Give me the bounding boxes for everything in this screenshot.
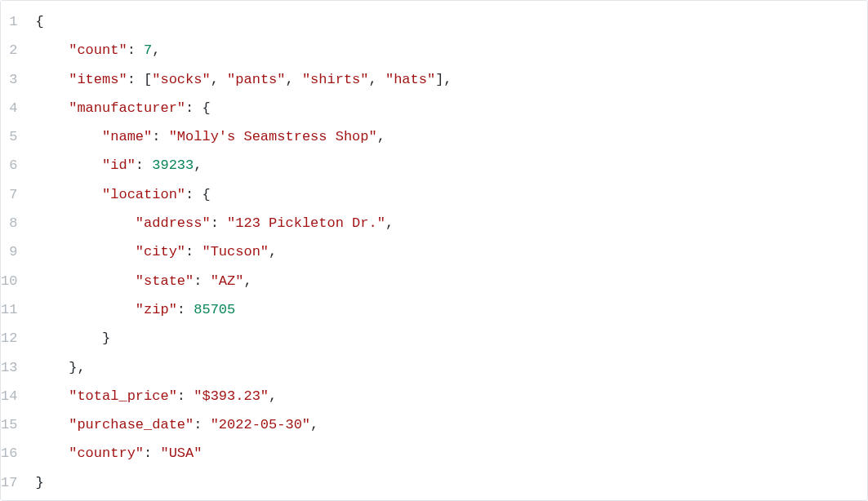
code-line: } <box>35 324 867 352</box>
token-str: "socks" <box>152 72 210 87</box>
token-punct: , <box>152 42 160 58</box>
code-line: "purchase_date": "2022-05-30", <box>35 410 867 439</box>
line-number-gutter: 1234567891011121314151617 <box>1 1 29 500</box>
token-num: 39233 <box>152 157 194 173</box>
line-number: 11 <box>1 295 20 324</box>
token-str: "USA" <box>160 446 202 461</box>
line-number: 14 <box>1 382 20 410</box>
token-str: "Molly's Seamstress Shop" <box>169 129 377 144</box>
token-punct: , <box>194 157 202 173</box>
line-number: 13 <box>1 353 20 382</box>
token-ws <box>35 157 102 173</box>
code-line: "count": 7, <box>35 36 867 64</box>
token-punct: : { <box>185 100 211 116</box>
token-punct: : <box>194 417 210 432</box>
token-punct: , <box>211 72 227 87</box>
code-line: "manufacturer": { <box>35 94 867 122</box>
code-block: 1234567891011121314151617 { "count": 7, … <box>0 0 868 501</box>
token-key: "city" <box>136 244 185 259</box>
token-punct: , <box>377 129 385 144</box>
token-key: "zip" <box>136 302 177 317</box>
line-number: 2 <box>1 36 20 64</box>
token-punct: : <box>127 42 144 58</box>
token-punct: : <box>136 157 152 173</box>
code-line: "total_price": "$393.23", <box>35 382 867 410</box>
token-num: 85705 <box>194 302 235 317</box>
token-punct: ], <box>435 72 452 87</box>
code-line: "city": "Tucson", <box>35 237 867 266</box>
token-key: "state" <box>136 273 194 289</box>
line-number: 8 <box>1 209 20 237</box>
line-number: 1 <box>1 7 20 36</box>
token-ws <box>35 129 102 144</box>
token-punct: , <box>385 215 394 231</box>
token-ws <box>35 72 69 87</box>
token-key: "id" <box>102 157 136 173</box>
line-number: 6 <box>1 151 20 180</box>
token-str: "123 Pickleton Dr." <box>227 215 385 231</box>
token-ws <box>35 273 135 289</box>
token-punct: : <box>211 215 227 231</box>
token-punct: : <box>144 446 160 461</box>
token-key: "name" <box>102 129 152 144</box>
token-ws <box>35 417 69 432</box>
token-punct: , <box>269 388 277 404</box>
token-str: "hats" <box>385 72 435 87</box>
token-key: "address" <box>136 215 211 231</box>
code-line: } <box>35 468 867 497</box>
token-key: "total_price" <box>69 388 177 404</box>
token-ws <box>35 244 135 259</box>
token-str: "2022-05-30" <box>211 417 310 432</box>
token-punct: : <box>185 244 202 259</box>
line-number: 4 <box>1 94 20 122</box>
token-punct: : { <box>185 187 211 202</box>
token-key: "purchase_date" <box>69 417 194 432</box>
code-line: "name": "Molly's Seamstress Shop", <box>35 122 867 151</box>
token-punct: }, <box>35 360 85 375</box>
token-str: "Tucson" <box>202 244 269 259</box>
line-number: 16 <box>1 439 20 468</box>
token-key: "manufacturer" <box>69 100 185 116</box>
line-number: 9 <box>1 237 20 266</box>
token-key: "count" <box>69 42 127 58</box>
token-punct: } <box>35 330 110 346</box>
line-number: 7 <box>1 180 20 209</box>
token-punct: , <box>286 72 302 87</box>
token-str: "shirts" <box>302 72 369 87</box>
code-line: "country": "USA" <box>35 439 867 468</box>
code-content[interactable]: { "count": 7, "items": ["socks", "pants"… <box>29 1 867 500</box>
token-punct: , <box>369 72 385 87</box>
token-punct: { <box>35 14 43 29</box>
token-punct: : <box>194 273 210 289</box>
token-punct: , <box>310 417 318 432</box>
token-punct: : <box>152 129 168 144</box>
line-number: 17 <box>1 468 20 497</box>
line-number: 15 <box>1 410 20 439</box>
token-str: "AZ" <box>211 273 244 289</box>
line-number: 12 <box>1 324 20 352</box>
code-line: "address": "123 Pickleton Dr.", <box>35 209 867 237</box>
code-line: }, <box>35 353 867 382</box>
code-line: "items": ["socks", "pants", "shirts", "h… <box>35 65 867 94</box>
code-line: { <box>35 7 867 36</box>
token-str: "$393.23" <box>194 388 269 404</box>
code-line: "location": { <box>35 180 867 209</box>
token-ws <box>35 100 69 116</box>
token-key: "items" <box>69 72 127 87</box>
code-line: "zip": 85705 <box>35 295 867 324</box>
token-punct: } <box>35 475 43 490</box>
code-line: "state": "AZ", <box>35 267 867 295</box>
token-punct: : [ <box>127 72 153 87</box>
token-num: 7 <box>144 42 152 58</box>
token-punct: : <box>177 302 194 317</box>
token-ws <box>35 42 69 58</box>
token-ws <box>35 302 135 317</box>
token-punct: , <box>269 244 277 259</box>
token-ws <box>35 215 135 231</box>
line-number: 5 <box>1 122 20 151</box>
token-str: "pants" <box>227 72 285 87</box>
token-key: "country" <box>69 446 144 461</box>
token-key: "location" <box>102 187 185 202</box>
line-number: 3 <box>1 65 20 94</box>
token-ws <box>35 187 102 202</box>
